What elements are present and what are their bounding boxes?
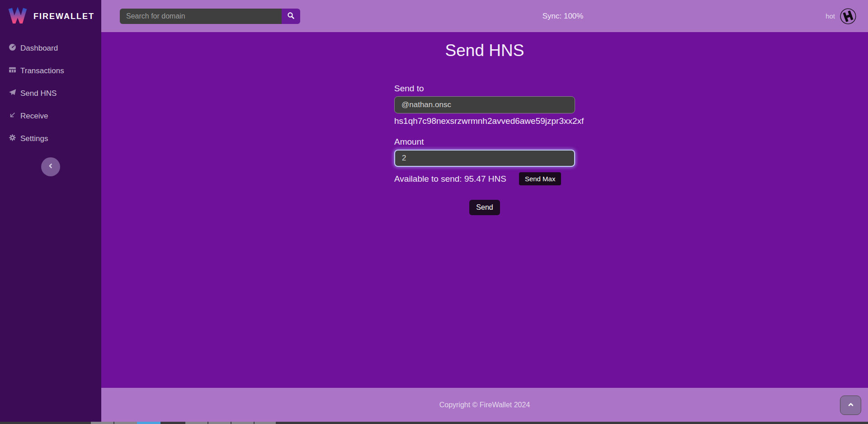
page-title: Send HNS [445, 41, 524, 60]
scroll-to-top-button[interactable] [840, 396, 861, 415]
wallet-group: hot [826, 8, 857, 25]
search-input[interactable] [120, 9, 282, 24]
taskbar-segment[interactable] [208, 422, 231, 424]
dashboard-icon [9, 43, 16, 53]
wallet-name: hot [826, 12, 835, 20]
sidebar-item-label: Settings [20, 134, 48, 143]
available-to-send: Available to send: 95.47 HNS [394, 174, 506, 184]
available-row: Available to send: 95.47 HNS Send Max [394, 172, 575, 185]
wallet-menu-button[interactable] [840, 8, 857, 25]
sidebar-item-label: Receive [20, 112, 48, 121]
taskbar-segment[interactable] [255, 422, 276, 424]
copyright-text: Copyright © FireWallet 2024 [439, 401, 530, 409]
sidebar-item-send-hns[interactable]: Send HNS [0, 82, 101, 105]
domain-search [120, 9, 300, 24]
sidebar-item-label: Transactions [20, 66, 64, 75]
sidebar: FIREWALLET Dashboard [0, 0, 101, 422]
handshake-logo-icon [840, 19, 857, 26]
settings-icon [9, 134, 16, 144]
main-content: Send HNS Send to hs1qh7c98nexsrzwrmnh2av… [101, 32, 868, 388]
amount-input[interactable] [394, 150, 575, 167]
resolved-address: hs1qh7c98nexsrzwrmnh2avved6awe59jzpr3xx2… [394, 116, 584, 126]
taskbar-strip[interactable] [0, 422, 868, 424]
sidebar-item-settings[interactable]: Settings [0, 127, 101, 150]
sidebar-item-receive[interactable]: Receive [0, 105, 101, 127]
search-icon [287, 12, 295, 21]
taskbar-segment[interactable] [114, 422, 137, 424]
send-form: Send to hs1qh7c98nexsrzwrmnh2avved6awe59… [394, 84, 575, 215]
taskbar-segment[interactable] [231, 422, 254, 424]
send-max-button[interactable]: Send Max [519, 172, 561, 185]
taskbar-segment[interactable] [137, 422, 160, 424]
sidebar-collapse-button[interactable] [41, 157, 60, 176]
send-to-input[interactable] [394, 96, 575, 113]
brand-link[interactable]: FIREWALLET [0, 0, 101, 32]
chevron-up-icon [847, 401, 854, 410]
chevron-left-icon [47, 162, 54, 171]
footer: Copyright © FireWallet 2024 [101, 388, 868, 422]
app-window: FIREWALLET Dashboard [0, 0, 868, 424]
transactions-icon [9, 66, 16, 76]
sidebar-item-label: Send HNS [20, 89, 57, 98]
sidebar-item-dashboard[interactable]: Dashboard [0, 37, 101, 60]
taskbar-segment[interactable] [91, 422, 113, 424]
sidebar-item-transactions[interactable]: Transactions [0, 60, 101, 82]
send-to-label: Send to [394, 84, 424, 94]
taskbar-segment[interactable] [185, 422, 208, 424]
sidebar-item-label: Dashboard [20, 44, 58, 53]
sync-status: Sync: 100% [542, 12, 584, 21]
amount-label: Amount [394, 137, 424, 147]
topbar: Sync: 100% hot [101, 0, 868, 32]
send-icon [9, 89, 16, 99]
search-button[interactable] [282, 9, 300, 24]
send-button[interactable]: Send [469, 200, 500, 215]
receive-icon [9, 111, 16, 121]
brand-name: FIREWALLET [33, 12, 94, 21]
sidebar-nav: Dashboard Transactions Send HNS [0, 37, 101, 150]
firewallet-logo-icon [8, 7, 27, 25]
